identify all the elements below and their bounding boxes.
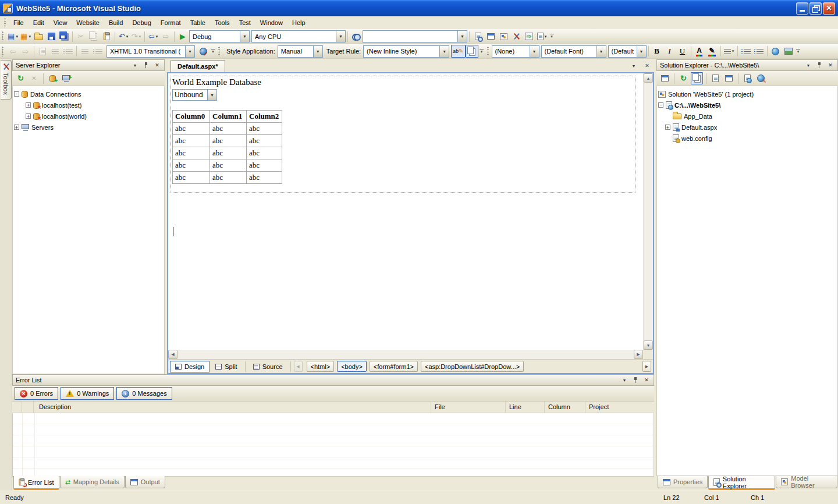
chevron-down-icon[interactable]: ▼ [596, 46, 606, 57]
active-files-dropdown-button[interactable]: ▼ [630, 62, 638, 70]
window-position-button[interactable]: ▼ [131, 61, 139, 69]
scroll-right-icon[interactable]: ▶ [634, 350, 643, 359]
column-line[interactable]: Line [506, 402, 545, 413]
auto-hide-pin-button[interactable] [815, 61, 823, 69]
vertical-scrollbar[interactable]: ▲ ▼ [643, 73, 653, 350]
toolbar-grip[interactable] [2, 47, 4, 56]
vertical-scroll-track[interactable] [644, 83, 653, 340]
properties-button[interactable] [659, 72, 671, 84]
document-outline-button[interactable] [36, 45, 49, 58]
collapse-expander[interactable]: - [658, 102, 663, 108]
tag-body[interactable]: <body> [337, 361, 367, 372]
toolbar-grip[interactable] [218, 47, 221, 56]
close-panel-button[interactable]: ✕ [826, 61, 835, 69]
tag-scroll-right-button[interactable]: ▶ [642, 361, 651, 372]
chevron-down-icon[interactable]: ▼ [313, 46, 322, 57]
expand-expander[interactable]: + [26, 102, 31, 108]
chevron-down-icon[interactable]: ▼ [207, 90, 216, 100]
find-combo[interactable]: ▼ [363, 30, 467, 42]
solution-explorer-titlebar[interactable]: Solution Explorer - C:\...\WebSite5\ ▼ ✕ [656, 59, 838, 71]
horizontal-scrollbar[interactable]: ◀ ▶ [168, 350, 653, 359]
underline-button[interactable]: U [676, 45, 689, 58]
save-all-button[interactable] [58, 30, 70, 43]
tag-scroll-left-button[interactable]: ◀ [294, 361, 303, 372]
toolbox-button[interactable] [510, 30, 523, 43]
formatting-b-button[interactable] [91, 45, 104, 58]
expand-expander[interactable]: + [665, 125, 670, 130]
menu-help[interactable]: Help [287, 17, 310, 28]
toolbar-grip[interactable] [487, 47, 489, 56]
menu-tools[interactable]: Tools [210, 17, 235, 28]
view-designer-button[interactable] [723, 72, 735, 84]
aspnet-configuration-button[interactable]: ✎ [755, 72, 767, 84]
refresh-button[interactable]: ↻ [677, 72, 690, 84]
menu-edit[interactable]: Edit [29, 17, 49, 28]
nest-related-files-button[interactable] [691, 72, 703, 84]
object-browser-button[interactable] [497, 30, 510, 43]
design-view-button[interactable]: Design [170, 361, 210, 372]
find-in-files-button[interactable] [350, 30, 363, 43]
collapse-expander[interactable]: - [14, 91, 19, 97]
toolbar-overflow-button[interactable]: ▾ [795, 49, 802, 54]
properties-window-button[interactable] [484, 30, 497, 43]
tree-item-data-connections[interactable]: - Data Connections [14, 88, 163, 100]
errors-filter-button[interactable]: 0 Errors [15, 387, 58, 400]
chevron-down-icon[interactable]: ▼ [637, 46, 646, 57]
menu-grip[interactable] [4, 18, 6, 28]
bold-button[interactable]: B [651, 45, 663, 58]
error-list-grid[interactable] [12, 413, 654, 477]
new-website-button[interactable]: ▤▾ [6, 30, 19, 43]
tree-item-localhost-test[interactable]: + localhost(test) [14, 100, 163, 111]
solution-explorer-button[interactable] [471, 30, 484, 43]
solution-platforms-combo[interactable]: Any CPU▼ [251, 30, 346, 42]
menu-build[interactable]: Build [104, 17, 127, 28]
tab-model-browser[interactable]: Model Browser [776, 476, 837, 488]
tag-dropdownlist[interactable]: <asp:DropDownList#DropDow...> [421, 361, 524, 372]
navigate-forward-button[interactable]: ⇨ [159, 30, 172, 43]
decrease-indent-button[interactable] [49, 45, 62, 58]
tree-item-website-project[interactable]: - C:\...\WebSite5\ [658, 100, 836, 111]
chevron-down-icon[interactable]: ▼ [336, 31, 345, 42]
menu-format[interactable]: Format [156, 17, 186, 28]
tree-item-localhost-world[interactable]: + localhost(world) [14, 111, 163, 122]
horizontal-scroll-track[interactable] [177, 350, 634, 359]
highlight-color-button[interactable]: ✎ [706, 45, 719, 58]
style-application-combo[interactable]: Manual▼ [278, 45, 323, 58]
design-heading-text[interactable]: World Example Database [172, 77, 635, 87]
toolbar-overflow-button[interactable]: ▾ [478, 49, 485, 54]
auto-hide-pin-button[interactable] [142, 61, 150, 69]
tree-item-app-data[interactable]: App_Data [658, 111, 836, 122]
tree-item-servers[interactable]: + Servers [14, 122, 163, 133]
menu-window[interactable]: Window [255, 17, 287, 28]
close-panel-button[interactable]: ✕ [153, 61, 161, 69]
expand-expander[interactable]: + [14, 125, 19, 130]
close-button[interactable]: ✕ [823, 2, 835, 15]
error-list-titlebar[interactable]: Error List ▼ ✕ [12, 374, 654, 386]
navigate-backward-button[interactable]: ⇦▾ [147, 30, 159, 43]
column-project[interactable]: Project [585, 402, 654, 413]
add-new-item-button[interactable]: ▦▾ [19, 30, 32, 43]
doctype-combo[interactable]: XHTML 1.0 Transitional (▼ [106, 45, 195, 58]
connect-to-server-button[interactable] [60, 72, 72, 84]
menu-debug[interactable]: Debug [127, 17, 155, 28]
alignment-button[interactable]: ▾ [723, 45, 736, 58]
menu-file[interactable]: File [9, 17, 29, 28]
tag-html[interactable]: <html> [307, 361, 335, 372]
toolbar-grip[interactable] [2, 31, 4, 41]
tab-mapping-details[interactable]: ⇄ Mapping Details [60, 476, 125, 488]
copy-button[interactable] [87, 30, 100, 43]
chevron-down-icon[interactable]: ▼ [185, 46, 194, 57]
italic-button[interactable]: I [663, 45, 676, 58]
start-page-button[interactable]: ⇨ [523, 30, 535, 43]
foreground-color-button[interactable]: A [693, 45, 706, 58]
open-file-button[interactable] [32, 30, 45, 43]
tab-solution-explorer[interactable]: Solution Explorer [708, 476, 775, 490]
server-explorer-titlebar[interactable]: Server Explorer ▼ ✕ [12, 59, 165, 71]
increase-indent-button[interactable] [62, 45, 74, 58]
refresh-button[interactable]: ↻ [15, 72, 27, 84]
font-name-combo[interactable]: (Default Font)▼ [541, 45, 606, 58]
connect-to-database-button[interactable] [47, 72, 59, 84]
window-position-button[interactable]: ▼ [620, 376, 628, 384]
check-page-button[interactable] [197, 45, 210, 58]
auto-hide-pin-button[interactable] [631, 376, 640, 384]
